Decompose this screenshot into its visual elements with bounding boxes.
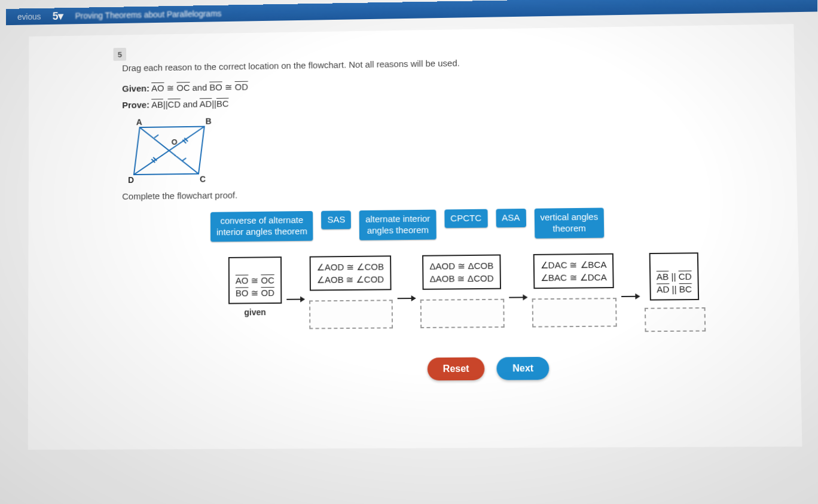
flow-box-parallel: AB || CDAD || BC xyxy=(649,252,699,300)
given-label: Given: xyxy=(122,83,149,93)
svg-line-4 xyxy=(182,158,186,161)
flow-box-angles-cpctc: ∠DAC ≅ ∠BCA ∠BAC ≅ ∠DCA xyxy=(533,253,614,289)
drop-zone-4[interactable] xyxy=(644,307,705,332)
reason-cpctc[interactable]: CPCTC xyxy=(444,209,487,228)
reason-asa[interactable]: ASA xyxy=(496,209,526,227)
reason-converse-alt-int[interactable]: converse of alternate interior angles th… xyxy=(210,211,313,242)
drop-zone-2[interactable] xyxy=(420,298,504,328)
reason-bank: converse of alternate interior angles th… xyxy=(210,206,798,242)
flow-label-given: given xyxy=(244,307,265,317)
arrow-icon xyxy=(509,297,527,298)
question-panel: 5 Drag each reason to the correct locati… xyxy=(28,24,802,450)
reason-vertical-angles[interactable]: vertical angles theorem xyxy=(534,207,604,238)
drop-zone-3[interactable] xyxy=(532,298,616,328)
flowchart: AO ≅ OCBO ≅ OD given ∠AOD ≅ ∠COB ∠AOB ≅ … xyxy=(228,251,800,335)
svg-line-3 xyxy=(154,135,158,138)
svg-line-2 xyxy=(134,127,204,175)
previous-link[interactable]: evious xyxy=(17,12,41,22)
vertex-A: A xyxy=(136,117,142,127)
arrow-icon xyxy=(286,299,304,300)
chevron-down-icon: ▾ xyxy=(59,10,64,22)
vertex-C: C xyxy=(200,175,206,184)
top-nav-bar: evious 5▾ Proving Theorems about Paralle… xyxy=(6,0,818,25)
instruction-text: Drag each reason to the correct location… xyxy=(122,53,794,73)
question-number-badge: 5 xyxy=(114,48,126,61)
flow-box-given: AO ≅ OCBO ≅ OD xyxy=(228,256,282,304)
arrow-icon xyxy=(621,296,639,297)
prove-label: Prove: xyxy=(122,100,149,110)
flow-box-angles-vertical: ∠AOD ≅ ∠COB ∠AOB ≅ ∠COD xyxy=(310,255,391,291)
vertex-B: B xyxy=(206,117,212,126)
prove-line: Prove: AB||CD and AD||BC xyxy=(122,90,795,110)
given-line: Given: AO ≅ OC and BO ≅ OD xyxy=(122,74,795,94)
drop-zone-1[interactable] xyxy=(309,300,393,329)
next-button[interactable]: Next xyxy=(497,356,550,380)
reason-alt-int[interactable]: alternate interior angles theorem xyxy=(359,210,437,240)
lesson-title: Proving Theorems about Parallelograms xyxy=(75,9,222,21)
step-number[interactable]: 5▾ xyxy=(53,10,64,23)
reason-sas[interactable]: SAS xyxy=(321,210,351,229)
arrow-icon xyxy=(397,298,415,299)
vertex-O: O xyxy=(172,138,178,146)
reset-button[interactable]: Reset xyxy=(427,357,484,380)
geometry-diagram: A B C D O xyxy=(122,106,796,189)
vertex-D: D xyxy=(128,175,134,185)
flow-box-triangles: ΔAOD ≅ ΔCOB ΔAOB ≅ ΔCOD xyxy=(422,254,500,289)
